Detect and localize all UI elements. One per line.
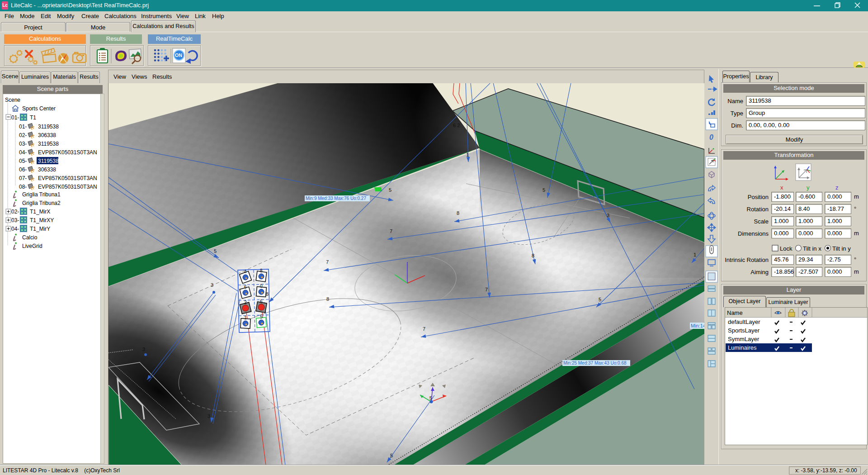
- svg-text:Min:14: Min:14: [691, 323, 704, 328]
- svg-text:Luminaires: Luminaires: [728, 344, 757, 351]
- svg-text:5: 5: [542, 187, 545, 193]
- svg-text:EVP857K05031S0T3AN: EVP857K05031S0T3AN: [38, 184, 97, 190]
- svg-text:5: 5: [260, 314, 263, 319]
- svg-text:08-: 08-: [19, 184, 27, 190]
- svg-text:7: 7: [326, 259, 329, 265]
- svg-text:01-: 01-: [19, 124, 27, 130]
- svg-text:T1_MirX: T1_MirX: [30, 209, 50, 215]
- svg-text:2: 2: [244, 300, 247, 305]
- svg-text:6 2: 6 2: [453, 123, 460, 128]
- svg-text:5: 5: [214, 248, 217, 254]
- svg-text:07-: 07-: [19, 175, 27, 181]
- svg-text:5: 5: [599, 297, 601, 302]
- svg-text:Min:25 Med:37 Max:43 Uo:0.68: Min:25 Med:37 Max:43 Uo:0.68: [563, 361, 627, 366]
- svg-text:6: 6: [260, 299, 263, 304]
- svg-text:02-: 02-: [11, 209, 19, 215]
- svg-text:0: 0: [709, 133, 713, 141]
- svg-text:3: 3: [142, 347, 145, 352]
- svg-text:Min:9 Med:33 Max:76 Uo:0.27: Min:9 Med:33 Max:76 Uo:0.27: [306, 196, 366, 201]
- svg-text:Name: Name: [727, 309, 743, 316]
- svg-text:7: 7: [485, 287, 488, 292]
- svg-text:3119538: 3119538: [38, 124, 59, 130]
- svg-text:EVP857K05031S0T3AN: EVP857K05031S0T3AN: [38, 149, 97, 156]
- svg-text:06-: 06-: [19, 166, 27, 173]
- svg-text:3: 3: [607, 213, 609, 218]
- svg-text:3: 3: [208, 413, 210, 419]
- svg-text:04-: 04-: [11, 226, 19, 232]
- svg-text:306338: 306338: [38, 166, 56, 173]
- svg-text:1: 1: [466, 152, 469, 157]
- svg-text:7: 7: [423, 326, 425, 332]
- svg-text:Griglia Tribuna2: Griglia Tribuna2: [22, 200, 61, 206]
- svg-text:1: 1: [693, 252, 696, 257]
- svg-text:Griglia Tribuna1: Griglia Tribuna1: [22, 191, 61, 198]
- svg-text:5: 5: [429, 396, 432, 401]
- svg-text:7: 7: [390, 228, 392, 234]
- svg-text:T1_MirXY: T1_MirXY: [30, 217, 54, 223]
- svg-text:05-: 05-: [19, 158, 27, 164]
- svg-text:defaultLayer: defaultLayer: [728, 318, 760, 325]
- svg-text:3: 3: [211, 282, 213, 288]
- svg-text:SportsLayer: SportsLayer: [728, 327, 760, 334]
- svg-text:04-: 04-: [19, 149, 27, 156]
- svg-text:ON: ON: [175, 52, 182, 58]
- svg-text:8: 8: [326, 296, 329, 302]
- svg-text:1: 1: [244, 315, 247, 320]
- svg-text:6: 6: [244, 285, 247, 290]
- svg-text:Sports Center: Sports Center: [22, 105, 56, 112]
- svg-text:3119538: 3119538: [38, 158, 59, 164]
- svg-text:LiveGrid: LiveGrid: [22, 243, 42, 249]
- svg-text:8: 8: [457, 210, 459, 216]
- svg-text:EVP857K05031S0T3AN: EVP857K05031S0T3AN: [38, 175, 97, 181]
- svg-text:Scene: Scene: [5, 97, 20, 103]
- svg-text:T1: T1: [30, 114, 36, 121]
- svg-text:T1_MirY: T1_MirY: [30, 226, 50, 232]
- svg-text:306338: 306338: [38, 132, 56, 138]
- svg-text:01-: 01-: [11, 114, 19, 121]
- svg-text:4: 4: [244, 269, 247, 274]
- svg-text:8: 8: [532, 253, 534, 258]
- svg-text:03-: 03-: [19, 141, 27, 147]
- svg-text:03-: 03-: [11, 217, 19, 223]
- svg-text:3119538: 3119538: [38, 141, 59, 147]
- svg-text:5: 5: [390, 453, 393, 458]
- svg-text:SymmLayer: SymmLayer: [728, 336, 760, 342]
- svg-text:0: 0: [260, 284, 263, 289]
- svg-text:02-: 02-: [19, 132, 27, 138]
- svg-text:Calcio: Calcio: [22, 234, 38, 241]
- svg-text:5: 5: [389, 187, 392, 193]
- svg-text:8: 8: [260, 268, 263, 273]
